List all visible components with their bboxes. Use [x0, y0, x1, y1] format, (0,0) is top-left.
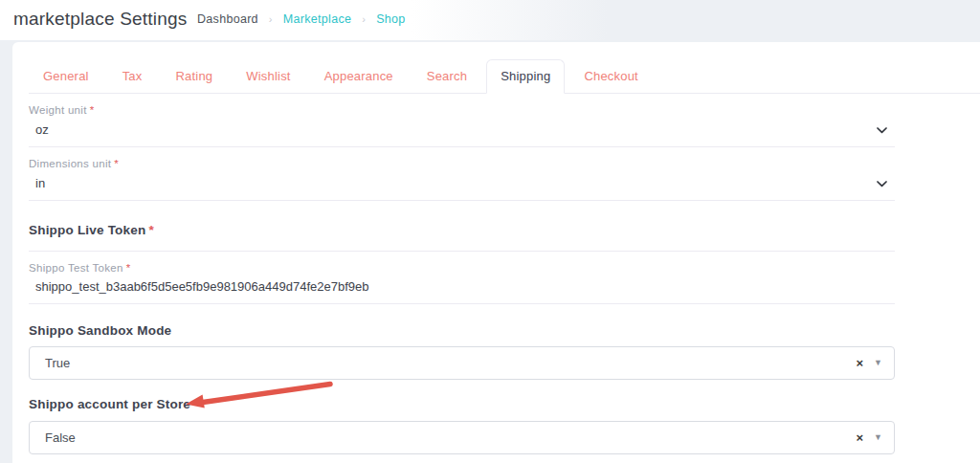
field-label-text: Shippo Test Token	[29, 262, 123, 274]
weight-unit-label: Weight unit*	[29, 103, 895, 117]
required-asterisk: *	[148, 223, 153, 237]
field-label-text: Shippo account per Store	[29, 397, 190, 411]
tab-checkout[interactable]: Checkout	[569, 59, 653, 94]
tab-tax[interactable]: Tax	[108, 59, 157, 94]
shippo-sandbox-mode-select[interactable]: True × ▼	[29, 346, 895, 380]
required-asterisk: *	[126, 262, 131, 274]
tab-rating[interactable]: Rating	[162, 59, 228, 94]
breadcrumb-separator-icon: ›	[362, 13, 366, 25]
tab-appearance[interactable]: Appearance	[310, 59, 408, 94]
weight-unit-value: oz	[35, 122, 49, 138]
tab-wishlist[interactable]: Wishlist	[232, 59, 304, 94]
settings-card: General Tax Rating Wishlist Appearance S…	[12, 42, 980, 463]
clear-icon[interactable]: ×	[856, 431, 863, 444]
shippo-sandbox-mode-label: Shippo Sandbox Mode	[29, 322, 895, 339]
breadcrumb-dashboard[interactable]: Dashboard	[197, 12, 258, 26]
breadcrumb-marketplace[interactable]: Marketplace	[283, 12, 351, 26]
shippo-sandbox-mode-value: True	[45, 356, 856, 370]
field-weight-unit: Weight unit* oz	[29, 103, 895, 147]
breadcrumb-separator-icon: ›	[269, 13, 273, 25]
field-shippo-sandbox-mode: Shippo Sandbox Mode True × ▼	[29, 322, 895, 380]
caret-down-icon: ▼	[874, 433, 882, 442]
dimensions-unit-select[interactable]: in	[29, 174, 895, 201]
caret-down-icon: ▼	[874, 359, 882, 367]
shippo-account-per-store-value: False	[45, 430, 856, 445]
settings-tabs: General Tax Rating Wishlist Appearance S…	[29, 59, 980, 94]
clear-icon[interactable]: ×	[856, 357, 863, 369]
shipping-settings-form: Weight unit* oz Dimensions unit* in Ship…	[29, 103, 895, 454]
required-asterisk: *	[90, 104, 95, 116]
field-shippo-account-per-store: Shippo account per Store False × ▼	[29, 396, 895, 454]
shippo-live-token-input[interactable]	[29, 238, 895, 252]
chevron-down-icon	[877, 181, 887, 187]
required-asterisk: *	[114, 158, 119, 169]
shippo-account-per-store-label: Shippo account per Store	[29, 396, 895, 412]
chevron-down-icon	[877, 127, 887, 134]
tab-search[interactable]: Search	[412, 59, 481, 94]
breadcrumb: Dashboard › Marketplace › Shop	[197, 12, 406, 26]
page-title: marketplace Settings	[13, 9, 187, 30]
field-dimensions-unit: Dimensions unit* in	[29, 157, 895, 201]
field-label-text: Shippo Sandbox Mode	[29, 323, 171, 338]
page-header: marketplace Settings Dashboard › Marketp…	[0, 0, 980, 40]
breadcrumb-shop: Shop	[376, 12, 405, 26]
field-shippo-test-token: Shippo Test Token* shippo_test_b3aab6f5d…	[29, 261, 895, 304]
weight-unit-select[interactable]: oz	[29, 121, 895, 147]
shippo-test-token-value: shippo_test_b3aab6f5d5ee5fb9e981906a449d…	[35, 279, 368, 294]
tab-general[interactable]: General	[29, 59, 103, 94]
shippo-test-token-label: Shippo Test Token*	[29, 261, 895, 275]
dimensions-unit-value: in	[35, 176, 45, 191]
shippo-live-token-label: Shippo Live Token*	[29, 222, 895, 238]
dimensions-unit-label: Dimensions unit*	[29, 157, 895, 170]
tab-shipping[interactable]: Shipping	[486, 59, 565, 94]
shippo-account-per-store-select[interactable]: False × ▼	[29, 421, 895, 454]
field-label-text: Weight unit	[29, 104, 87, 116]
shippo-test-token-input[interactable]: shippo_test_b3aab6f5d5ee5fb9e981906a449d…	[29, 278, 895, 304]
field-label-text: Dimensions unit	[29, 158, 111, 169]
field-shippo-live-token: Shippo Live Token*	[29, 222, 895, 252]
field-label-text: Shippo Live Token	[29, 223, 145, 237]
